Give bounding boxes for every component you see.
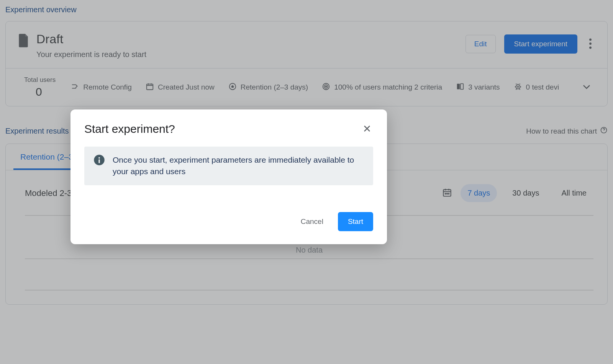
dialog-info-banner: Once you start, experiment parameters ar…: [84, 147, 373, 185]
svg-rect-18: [98, 159, 100, 163]
dialog-info-text: Once you start, experiment parameters ar…: [113, 154, 364, 178]
dialog-close-button[interactable]: [361, 122, 373, 136]
modal-backdrop[interactable]: Start experiment? Once you start, experi…: [0, 0, 613, 364]
dialog-start-button[interactable]: Start: [338, 212, 373, 231]
close-icon: [362, 129, 372, 134]
dialog-title: Start experiment?: [84, 122, 175, 135]
info-icon: [93, 154, 105, 167]
start-experiment-dialog: Start experiment? Once you start, experi…: [70, 109, 387, 244]
svg-point-17: [98, 157, 100, 158]
dialog-cancel-button[interactable]: Cancel: [293, 212, 331, 231]
